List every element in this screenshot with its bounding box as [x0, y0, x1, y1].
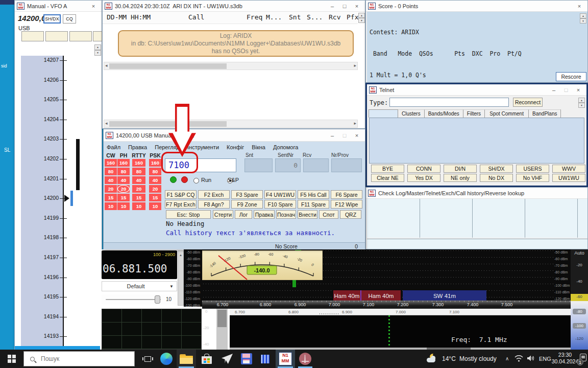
- band-button-ph-15[interactable]: 15: [117, 194, 130, 201]
- close-icon[interactable]: ×: [351, 132, 363, 139]
- band-button-rtty-15[interactable]: 15: [132, 194, 145, 201]
- band-button-ph-160[interactable]: 160: [117, 159, 130, 167]
- fkey-button[interactable]: F11 Spare: [298, 200, 329, 209]
- band-button-ph-40[interactable]: 40: [117, 176, 130, 184]
- close-icon[interactable]: ×: [572, 87, 584, 93]
- log-column-header[interactable]: Pfx: [347, 13, 358, 21]
- scroll-left-icon[interactable]: ◂: [105, 121, 108, 126]
- telnet-content[interactable]: [369, 118, 584, 164]
- telnet-button-sh-dx[interactable]: SH/DX: [480, 165, 513, 173]
- spinner-up-icon[interactable]: ▲: [358, 13, 365, 18]
- score-spinner[interactable]: ▲ ▼: [580, 13, 586, 24]
- telnet-button-wwv[interactable]: WWV: [552, 165, 585, 173]
- telnet-button-users[interactable]: USERS: [516, 165, 549, 173]
- log-spinner[interactable]: ▲ ▼: [358, 13, 365, 23]
- spinner-up-icon[interactable]: ▲: [578, 98, 585, 103]
- nrprov-field[interactable]: [331, 158, 362, 172]
- band-button-cw-40[interactable]: 40: [105, 176, 117, 184]
- spinner-down-icon[interactable]: ▼: [580, 18, 586, 24]
- log-column-header[interactable]: M...: [266, 13, 282, 21]
- store-icon[interactable]: [201, 354, 212, 364]
- slider-track[interactable]: [106, 299, 161, 300]
- clock[interactable]: 23:30 30.04.2024: [550, 352, 580, 365]
- fkey-button[interactable]: F12 Wipe: [331, 200, 362, 209]
- scroll-right-icon[interactable]: ▸: [354, 121, 356, 126]
- scope-scrollbar[interactable]: [216, 309, 228, 350]
- telnet-button-bye[interactable]: BYE: [371, 165, 404, 173]
- band-button-cw-160[interactable]: 160: [105, 159, 117, 167]
- telnet-titlebar[interactable]: N1MM Telnet – □ ×: [367, 84, 586, 96]
- band-button-ph-80[interactable]: 80: [117, 168, 130, 175]
- band-button-psk-160[interactable]: 160: [149, 159, 161, 167]
- band-button-cw-20[interactable]: 20: [105, 185, 117, 193]
- tab-bandplans[interactable]: BandPlans: [529, 109, 561, 118]
- speaker-icon[interactable]: [527, 355, 535, 362]
- weather-desc[interactable]: Mostly cloudy: [459, 355, 497, 362]
- telnet-button-no-vhf[interactable]: No VHF: [516, 174, 549, 182]
- fkey-button[interactable]: F8 Agn?: [198, 200, 230, 209]
- close-icon[interactable]: ×: [573, 3, 585, 9]
- telnet-button-ne-only[interactable]: NE only: [444, 174, 477, 182]
- sdr-frequency-value[interactable]: 06.881.500: [103, 263, 167, 275]
- score-titlebar[interactable]: N1MM Score - 0 Points ×: [366, 1, 587, 12]
- band-button-psk-40[interactable]: 40: [149, 176, 161, 184]
- log-column-header[interactable]: Call: [188, 13, 204, 21]
- fkey-button[interactable]: F7 Rpt Exch: [165, 200, 197, 209]
- frequency-scale[interactable]: 6.7006.8006.9007.0007.1007.2007.3007.400…: [202, 301, 571, 309]
- reconnect-button[interactable]: Reconnect: [513, 98, 543, 107]
- taskbar-search[interactable]: [23, 351, 135, 366]
- snt-field[interactable]: [244, 158, 273, 172]
- menu-item[interactable]: Вікна: [252, 144, 265, 150]
- band-button-rtty-80[interactable]: 80: [132, 168, 145, 175]
- scroll-right-icon[interactable]: ▸: [354, 63, 356, 68]
- band-button-ph-10[interactable]: 10: [117, 202, 130, 210]
- band-button-rtty-160[interactable]: 160: [132, 159, 145, 167]
- sdr-frequency-display[interactable]: 100 - 2900 06.881.500: [102, 250, 177, 279]
- action-button[interactable]: QRZ: [340, 210, 361, 219]
- log-column-header[interactable]: Rcv: [329, 13, 340, 21]
- band-button-cw-15[interactable]: 15: [105, 194, 117, 201]
- log-column-header[interactable]: Snt: [289, 13, 301, 21]
- tab-blank[interactable]: [369, 109, 398, 118]
- maximize-icon[interactable]: □: [338, 3, 351, 9]
- close-icon[interactable]: ×: [351, 3, 363, 9]
- action-button[interactable]: Стерти: [213, 210, 233, 219]
- start-button[interactable]: [0, 350, 23, 368]
- file-explorer-icon[interactable]: [180, 354, 193, 364]
- task-view-icon[interactable]: [141, 350, 154, 368]
- sdr-left-scrollbar[interactable]: ▲: [178, 250, 184, 306]
- tab-clusters[interactable]: Clusters: [398, 109, 425, 118]
- fkey-button[interactable]: F6 Spare: [331, 190, 362, 199]
- menu-item[interactable]: Конфіг: [227, 144, 244, 150]
- fkey-button[interactable]: F2 Exch: [198, 190, 230, 199]
- fkey-button[interactable]: F5 His Call: [298, 190, 329, 199]
- edge-icon[interactable]: [160, 353, 173, 365]
- dropdown-arrow-icon[interactable]: ▼: [169, 284, 174, 289]
- action-button[interactable]: Лог: [235, 210, 252, 219]
- scroll-up-icon[interactable]: ▲: [179, 254, 182, 257]
- level-panel[interactable]: Auto -20-40-60-80-100-120: [571, 249, 588, 350]
- auto-label[interactable]: Auto: [571, 250, 588, 256]
- rcv-field[interactable]: [303, 158, 329, 172]
- n1mm-taskbar-icon[interactable]: N1MM: [279, 352, 292, 365]
- minimize-icon[interactable]: –: [548, 87, 560, 93]
- spinner-down-icon[interactable]: ▼: [358, 18, 365, 23]
- fkey-button[interactable]: F3 Spare: [231, 190, 263, 199]
- waterfall[interactable]: Freq: 7.1 MHz: [230, 315, 588, 348]
- minimize-icon[interactable]: –: [326, 132, 338, 139]
- minimize-icon[interactable]: –: [326, 3, 338, 9]
- menu-item[interactable]: Правка: [128, 144, 147, 150]
- fkey-button[interactable]: F9 Zone: [231, 200, 263, 209]
- band-button-psk-15[interactable]: 15: [149, 194, 161, 201]
- scroll-left-icon[interactable]: ◂: [105, 63, 108, 68]
- bandmap-scale[interactable]: 14207 14206 14205 14204 14203 14202 1420…: [15, 1, 103, 350]
- tab-spot-comment[interactable]: Spot Comment: [485, 109, 529, 118]
- action-button[interactable]: Правка: [254, 210, 275, 219]
- log-hscrollbar[interactable]: ◂ ▸: [104, 62, 358, 70]
- telnet-button-no-dx[interactable]: No DX: [480, 174, 513, 182]
- log-column-header[interactable]: S...: [307, 13, 323, 21]
- sdr-volume-slider[interactable]: 10: [102, 294, 177, 305]
- check-titlebar[interactable]: N1MM Check Log/Master/Telnet/Exch/Call h…: [366, 188, 587, 199]
- telnet-button-clear-ne[interactable]: Clear NE: [371, 174, 404, 182]
- run-radio[interactable]: [193, 178, 199, 183]
